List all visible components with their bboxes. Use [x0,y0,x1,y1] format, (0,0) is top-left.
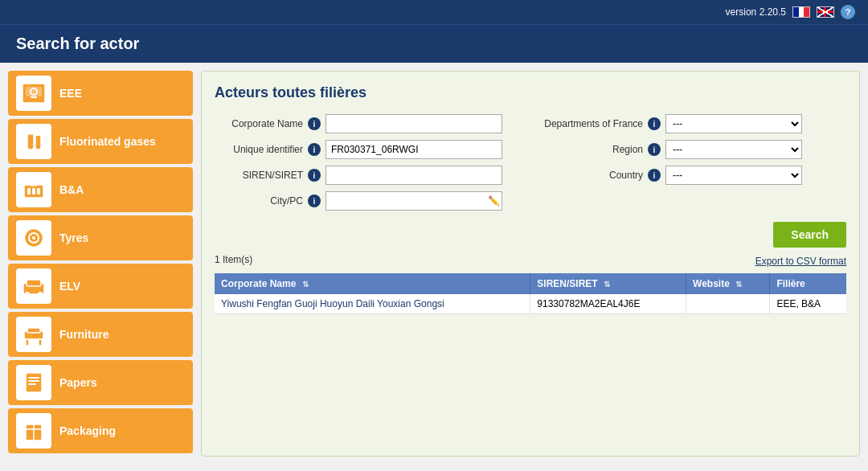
sidebar-item-papers[interactable]: Papers [8,360,193,405]
corporate-name-row: Corporate Name i [215,114,522,133]
sidebar-item-eee-label: EEE [59,87,82,100]
content-area: Acteurs toutes filières Corporate Name i… [201,71,860,457]
page-title: Search for actor [16,35,139,52]
page-title-bar: Search for actor [0,24,868,63]
cell-website [686,294,770,314]
svg-rect-7 [37,133,39,136]
svg-rect-10 [27,188,31,195]
svg-rect-9 [31,182,37,186]
svg-rect-21 [27,328,40,333]
city-pc-input-wrapper: ✏️ [326,191,502,211]
top-bar-right: version 2.20.5 ? [726,5,855,19]
fluorinated-gases-icon [16,124,51,159]
cell-siren-siret: 91330782MA2EAL4J6E [530,294,686,314]
results-table: Corporate Name ⇅ SIREN/SIRET ⇅ Website ⇅… [215,273,846,314]
svg-point-19 [38,292,43,297]
eee-icon [16,76,51,111]
svg-rect-5 [35,135,41,149]
col-corporate-name[interactable]: Corporate Name ⇅ [215,273,530,294]
svg-rect-27 [28,383,36,385]
city-pc-edit-icon[interactable]: ✏️ [488,195,500,207]
country-select[interactable]: --- [665,166,802,185]
unique-identifier-label: Unique identifier [215,144,303,155]
svg-rect-6 [29,131,32,135]
top-bar: version 2.20.5 ? [0,0,868,24]
region-info-icon[interactable]: i [648,143,661,156]
svg-rect-25 [28,377,39,379]
corporate-name-info-icon[interactable]: i [308,117,321,130]
version-label: version 2.20.5 [726,6,786,18]
sidebar-item-furniture[interactable]: Furniture [8,312,193,357]
svg-rect-4 [27,133,34,149]
sidebar-item-ba-label: B&A [59,183,84,196]
form-left-column: Corporate Name i Unique identifier i SIR… [215,114,522,211]
svg-rect-11 [32,188,35,195]
sidebar-item-packaging-label: Packaging [59,424,116,437]
svg-rect-12 [37,188,40,195]
search-form: Corporate Name i Unique identifier i SIR… [215,114,846,211]
city-pc-label: City/PC [215,195,303,207]
svg-point-18 [25,292,30,297]
svg-rect-24 [26,373,42,392]
siren-siret-input[interactable] [326,166,502,185]
sidebar-item-packaging[interactable]: Packaging [8,408,193,453]
sidebar-item-ba[interactable]: B&A [8,167,193,212]
siren-siret-row: SIREN/SIRET i [215,166,522,185]
sidebar-item-furniture-label: Furniture [59,328,108,341]
col-siren-siret[interactable]: SIREN/SIRET ⇅ [530,273,686,294]
col-filiere: Filière [770,273,846,294]
form-right-column: Departments of France i --- Region i --- [538,114,846,211]
city-pc-row: City/PC i ✏️ [215,191,522,211]
sort-icon-corporate-name: ⇅ [302,280,309,289]
region-select[interactable]: --- [665,140,802,159]
elv-icon [16,268,51,304]
region-row: Region i --- [538,140,846,159]
cell-corporate-name: Yiwushi Fengfan Guoji Huoyun Daili Youxi… [215,294,530,314]
corporate-name-input[interactable] [326,114,502,133]
sidebar-item-elv-label: ELV [59,280,80,293]
city-pc-input[interactable] [326,191,502,211]
sidebar-item-tyres[interactable]: Tyres [8,215,193,260]
departments-label: Departments of France [538,118,643,129]
search-button[interactable]: Search [773,222,846,248]
help-icon[interactable]: ? [841,5,855,19]
country-info-icon[interactable]: i [648,169,661,182]
sort-icon-siren-siret: ⇅ [604,280,610,289]
tyres-icon [16,220,51,256]
main-layout: EEE Fluorinated gases [0,63,868,465]
table-row: Yiwushi Fengfan Guoji Huoyun Daili Youxi… [215,294,846,314]
sidebar-item-fluorinated-gases[interactable]: Fluorinated gases [8,119,193,164]
corporate-name-link[interactable]: Yiwushi Fengfan Guoji Huoyun Daili Youxi… [221,298,444,309]
country-row: Country i --- [538,166,846,185]
sort-icon-website: ⇅ [735,280,742,289]
departments-select[interactable]: --- [665,114,802,133]
svg-rect-26 [28,380,39,382]
furniture-icon [16,317,51,352]
sidebar-item-elv[interactable]: ELV [8,264,193,309]
flag-uk-icon[interactable] [817,6,834,18]
svg-rect-22 [26,339,29,346]
sidebar-item-eee[interactable]: EEE [8,71,193,116]
sidebar-item-fluorinated-gases-label: Fluorinated gases [59,135,156,148]
export-csv-link[interactable]: Export to CSV format [755,256,846,267]
siren-siret-info-icon[interactable]: i [308,169,321,182]
content-title: Acteurs toutes filières [215,84,846,101]
table-header: Corporate Name ⇅ SIREN/SIRET ⇅ Website ⇅… [215,273,846,294]
departments-info-icon[interactable]: i [648,117,661,130]
svg-rect-23 [39,339,42,346]
sidebar-item-tyres-label: Tyres [59,231,88,244]
city-pc-info-icon[interactable]: i [308,195,321,207]
items-count: 1 Item(s) [215,254,252,265]
country-label: Country [538,170,643,181]
col-website[interactable]: Website ⇅ [686,273,770,294]
table-body: Yiwushi Fengfan Guoji Huoyun Daili Youxi… [215,294,846,314]
svg-rect-3 [31,96,37,98]
departments-row: Departments of France i --- [538,114,846,133]
cell-filiere: EEE, B&A [770,294,846,314]
svg-point-15 [32,236,35,240]
unique-identifier-info-icon[interactable]: i [308,143,321,156]
unique-identifier-input[interactable] [326,140,502,159]
sidebar-item-papers-label: Papers [59,376,97,389]
flag-fr-icon[interactable] [792,6,810,18]
papers-icon [16,365,51,400]
